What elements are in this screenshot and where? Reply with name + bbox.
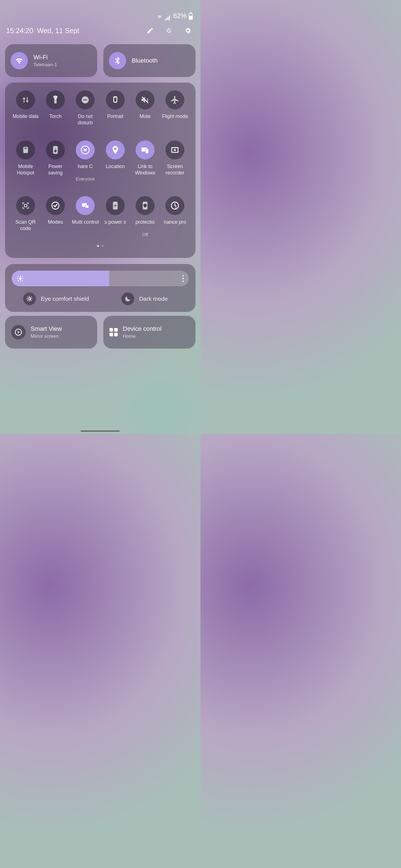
battery-percent: 62% bbox=[173, 12, 187, 20]
clock-time: 15:24:20 bbox=[6, 27, 33, 34]
tile-flight[interactable]: Flight mode bbox=[160, 90, 190, 126]
quick-share-icon bbox=[76, 141, 95, 159]
multi-control-icon bbox=[76, 196, 95, 215]
tiles-panel: Mobile dataTorchDo not disturbPortraitMu… bbox=[5, 83, 196, 258]
tile-label: Portrait bbox=[107, 113, 123, 126]
tile-label: Torch bbox=[49, 113, 61, 126]
mute-icon bbox=[136, 90, 154, 109]
flight-icon bbox=[165, 90, 184, 109]
status-bar: 62% bbox=[5, 0, 196, 21]
tile-multi-control[interactable]: Multi control bbox=[70, 196, 100, 237]
tile-modes[interactable]: Modes bbox=[40, 196, 70, 237]
smart-view-sub: Mirror screen bbox=[31, 334, 62, 339]
tile-power-share[interactable]: s power s bbox=[100, 196, 130, 237]
power-button[interactable] bbox=[165, 26, 173, 35]
wifi-toggle[interactable]: Wi-Fi Teletraan-1 bbox=[5, 44, 97, 77]
eye-comfort-toggle[interactable]: Eye comfort shield bbox=[12, 292, 100, 305]
tile-mobile-data[interactable]: Mobile data bbox=[10, 90, 40, 126]
tile-label: Location bbox=[106, 163, 125, 176]
power-share-icon bbox=[106, 196, 125, 215]
svg-rect-3 bbox=[169, 16, 170, 20]
svg-rect-2 bbox=[168, 17, 169, 20]
dark-mode-label: Dark mode bbox=[139, 296, 168, 302]
svg-rect-0 bbox=[165, 19, 166, 20]
hotspot-icon bbox=[16, 141, 35, 159]
brightness-slider[interactable] bbox=[12, 271, 189, 286]
home-indicator[interactable] bbox=[81, 430, 120, 432]
svg-point-4 bbox=[19, 277, 22, 280]
modes-icon bbox=[46, 196, 65, 215]
grid-icon bbox=[109, 328, 118, 336]
tile-sub: Everyone bbox=[76, 177, 95, 182]
tile-mute[interactable]: Mute bbox=[130, 90, 160, 126]
tile-quick-share[interactable]: hare CEveryone bbox=[70, 141, 100, 182]
device-control-sub: Home bbox=[123, 334, 162, 339]
device-control-button[interactable]: Device control Home bbox=[103, 316, 196, 349]
tile-protection[interactable]: protectioOff bbox=[130, 196, 160, 237]
brightness-panel: Eye comfort shield Dark mode bbox=[5, 264, 196, 312]
power-saving-icon bbox=[46, 141, 65, 159]
tile-performance[interactable]: nance pro bbox=[160, 196, 190, 237]
tile-label: Mobile data bbox=[12, 113, 38, 126]
moon-icon bbox=[121, 292, 134, 305]
tile-label: protectio bbox=[135, 219, 154, 232]
page-indicator bbox=[10, 245, 190, 247]
tile-location[interactable]: Location bbox=[100, 141, 130, 182]
signal-icon bbox=[165, 15, 171, 20]
tile-link-windows[interactable]: Link to Windows bbox=[130, 141, 160, 182]
wifi-title: Wi-Fi bbox=[33, 54, 57, 61]
tile-screen-rec[interactable]: Screen recorder bbox=[160, 141, 190, 182]
dnd-icon bbox=[76, 90, 95, 109]
wifi-icon bbox=[156, 13, 163, 20]
battery-icon bbox=[189, 13, 193, 20]
edit-button[interactable] bbox=[146, 26, 154, 35]
settings-button[interactable] bbox=[184, 26, 192, 35]
screen-rec-icon bbox=[165, 141, 184, 159]
performance-icon bbox=[165, 196, 184, 215]
tile-label: Power saving bbox=[41, 163, 69, 176]
bluetooth-icon bbox=[109, 52, 126, 69]
link-windows-icon bbox=[136, 141, 154, 159]
portrait-icon bbox=[106, 90, 125, 109]
eye-comfort-label: Eye comfort shield bbox=[41, 296, 89, 302]
mobile-data-icon bbox=[16, 90, 35, 109]
svg-rect-1 bbox=[166, 18, 167, 20]
tile-hotspot[interactable]: Mobile Hotspot bbox=[10, 141, 40, 182]
tile-label: Flight mode bbox=[162, 113, 188, 126]
tile-label: Do not disturb bbox=[71, 113, 99, 126]
eye-comfort-icon bbox=[23, 292, 36, 305]
wifi-icon bbox=[10, 52, 28, 69]
tile-portrait[interactable]: Portrait bbox=[100, 90, 130, 126]
brightness-icon bbox=[17, 275, 24, 282]
cast-icon bbox=[11, 325, 26, 339]
tile-dnd[interactable]: Do not disturb bbox=[70, 90, 100, 126]
location-icon bbox=[106, 141, 125, 159]
tile-label: Mute bbox=[140, 113, 151, 126]
tile-label: Screen recorder bbox=[161, 163, 189, 176]
tile-label: Multi control bbox=[72, 219, 99, 232]
smart-view-button[interactable]: Smart View Mirror screen bbox=[5, 316, 97, 349]
tile-label: s power s bbox=[105, 219, 126, 232]
tile-label: hare C bbox=[78, 163, 93, 176]
device-control-title: Device control bbox=[123, 325, 162, 333]
tile-label: Modes bbox=[48, 219, 63, 232]
tile-label: Link to Windows bbox=[131, 163, 159, 176]
clock-date: Wed, 11 Sept bbox=[37, 27, 79, 34]
dark-mode-toggle[interactable]: Dark mode bbox=[100, 292, 189, 305]
tile-label: Mobile Hotspot bbox=[12, 163, 39, 176]
scan-qr-icon bbox=[16, 196, 35, 215]
torch-icon bbox=[46, 90, 65, 109]
tile-sub: Off bbox=[142, 232, 148, 237]
smart-view-title: Smart View bbox=[31, 325, 62, 333]
bluetooth-toggle[interactable]: Bluetooth bbox=[103, 44, 196, 77]
bluetooth-title: Bluetooth bbox=[132, 57, 157, 64]
slider-menu-icon[interactable] bbox=[182, 275, 184, 282]
wifi-network: Teletraan-1 bbox=[33, 62, 57, 68]
protection-icon bbox=[136, 196, 154, 215]
tile-scan-qr[interactable]: Scan QR code bbox=[10, 196, 40, 237]
tile-label: nance pro bbox=[164, 219, 186, 232]
tile-torch[interactable]: Torch bbox=[40, 90, 70, 126]
tile-power-saving[interactable]: Power saving bbox=[40, 141, 70, 182]
qs-header: 15:24:20 Wed, 11 Sept bbox=[5, 21, 196, 40]
tile-label: Scan QR code bbox=[12, 219, 39, 232]
